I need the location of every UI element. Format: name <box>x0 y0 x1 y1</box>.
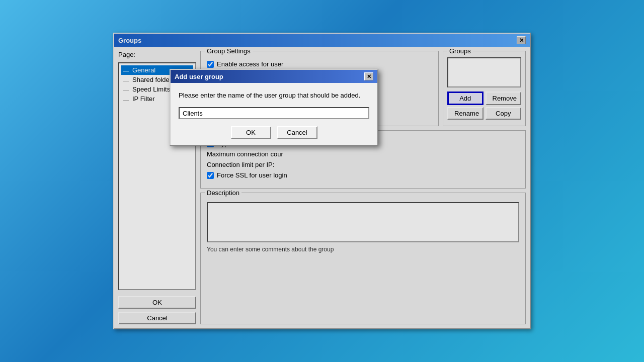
add-dialog-cancel-button[interactable]: Cancel <box>277 126 317 139</box>
add-dialog-ok-button[interactable]: OK <box>231 126 271 139</box>
add-dialog-prompt: Please enter the name of the user group … <box>179 91 369 100</box>
add-dialog-titlebar: Add user group ✕ <box>171 70 377 83</box>
add-dialog-buttons: OK Cancel <box>179 126 369 139</box>
add-dialog-title: Add user group <box>175 73 223 80</box>
add-dialog-body: Please enter the name of the user group … <box>171 83 377 145</box>
add-dialog-close-button[interactable]: ✕ <box>364 72 373 80</box>
add-user-group-dialog: Add user group ✕ Please enter the name o… <box>170 69 378 146</box>
groups-dialog: Groups ✕ Page: General Shared folders Sp… <box>113 33 531 329</box>
modal-backdrop: Add user group ✕ Please enter the name o… <box>114 34 530 328</box>
add-dialog-input[interactable] <box>179 107 369 119</box>
